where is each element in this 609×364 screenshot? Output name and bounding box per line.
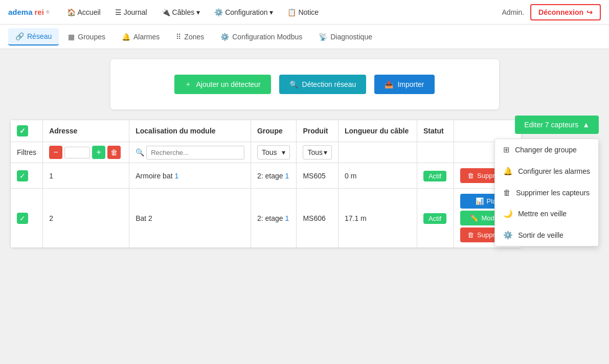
row2-statut-cell: Actif: [417, 189, 454, 248]
row2-groupe-link[interactable]: 1: [285, 214, 289, 222]
row1-groupe-link[interactable]: 1: [285, 172, 289, 180]
nav-notice[interactable]: 📋 Notice: [282, 6, 324, 18]
nav-configuration[interactable]: ⚙️ Configuration ▾: [209, 6, 278, 18]
row2-localisation-cell: Bat 2: [129, 189, 251, 248]
dropdown-sortir-veille[interactable]: ⚙️ Sortir de veille: [495, 224, 598, 246]
produit-chevron-icon: ▾: [324, 148, 327, 156]
minus-button[interactable]: −: [49, 146, 62, 159]
dropdown-supprimer-capteurs[interactable]: 🗑 Supprimer les capteurs: [495, 182, 598, 203]
filter-address-cell: − + 🗑: [43, 142, 129, 163]
row1-status-badge: Actif: [423, 171, 446, 181]
filter-label-cell: Filtres: [11, 142, 43, 163]
edit-dropdown-menu: ⊞ Changer de groupe 🔔 Configurer les ala…: [494, 139, 599, 246]
group-change-icon: ⊞: [503, 145, 510, 154]
groupe-chevron-icon: ▾: [282, 148, 285, 156]
row1-groupe-cell: 2: etage 1: [251, 163, 296, 189]
config-chevron-icon: ▾: [269, 8, 273, 16]
config-icon: ⚙️: [214, 8, 223, 16]
dropdown-mettre-en-veille[interactable]: 🌙 Mettre en veille: [495, 203, 598, 224]
zones-icon: ⠿: [176, 33, 181, 41]
filter-search-cell: 🔍: [129, 142, 251, 163]
alarm-config-icon: 🔔: [503, 167, 513, 176]
modbus-icon: ⚙️: [220, 33, 229, 41]
row2-longueur-cell: 17.1 m: [338, 189, 417, 248]
action-card: ＋ Ajouter un détecteur 🔍 Détection résea…: [110, 59, 499, 109]
delete-sensors-icon: 🗑: [503, 188, 511, 197]
localisation-search-input[interactable]: [146, 146, 244, 160]
col-groupe: Groupe: [251, 120, 296, 142]
row2-adresse-cell: 2: [43, 189, 129, 248]
address-number-input[interactable]: [64, 147, 90, 158]
row2-checkbox-cell: ✓: [11, 189, 43, 248]
filter-groupe-cell: Tous ▾: [251, 142, 296, 163]
row1-checkbox-cell: ✓: [11, 163, 43, 189]
dropdown-configurer-alarmes[interactable]: 🔔 Configurer les alarmes: [495, 161, 598, 182]
main-content: ＋ Ajouter un détecteur 🔍 Détection résea…: [0, 49, 609, 258]
row2-supprimer-icon: 🗑: [467, 231, 474, 239]
subnav-config-modbus[interactable]: ⚙️ Configuration Modbus: [213, 29, 309, 45]
subnav-reseau[interactable]: 🔗 Réseau: [8, 28, 59, 46]
row1-longueur-cell: 0 m: [338, 163, 417, 189]
produit-filter-select[interactable]: Tous ▾: [303, 145, 332, 160]
edit-capteurs-button[interactable]: Editer 7 capteurs ▲: [515, 116, 599, 134]
groupe-filter-select[interactable]: Tous ▾: [257, 145, 290, 160]
select-all-checkbox[interactable]: ✓: [17, 125, 28, 136]
table-row: ✓ 2 Bat 2 2: etage 1 MS606 17.: [11, 189, 522, 248]
subnav-alarmes[interactable]: 🔔 Alarmes: [115, 29, 167, 45]
table-row: ✓ 1 Armoire bat 1 2: etage 1 MS605: [11, 163, 522, 189]
col-produit: Produit: [297, 120, 339, 142]
sensors-table-container: ✓ Adresse Localisation du module Groupe …: [10, 120, 522, 248]
sub-navigation: 🔗 Réseau ▦ Groupes 🔔 Alarmes ⠿ Zones ⚙️ …: [0, 25, 609, 49]
row2-status-badge: Actif: [423, 213, 446, 224]
groupes-icon: ▦: [68, 33, 75, 41]
cables-icon: 🔌: [162, 8, 170, 16]
import-icon: 📤: [385, 80, 393, 88]
col-checkbox: ✓: [11, 120, 43, 142]
detect-icon: 🔍: [289, 80, 298, 88]
row1-localisation-link[interactable]: 1: [174, 172, 178, 180]
detect-network-button[interactable]: 🔍 Détection réseau: [279, 75, 367, 94]
nav-journal[interactable]: ☰ Journal: [110, 6, 152, 18]
logo-trademark: ®: [46, 10, 50, 15]
subnav-zones[interactable]: ⠿ Zones: [169, 29, 211, 45]
add-detector-button[interactable]: ＋ Ajouter un détecteur: [174, 75, 270, 94]
search-icon: 🔍: [136, 148, 144, 156]
diagnostique-icon: 📡: [319, 33, 327, 41]
row2-checkbox[interactable]: ✓: [17, 213, 28, 224]
col-localisation: Localisation du module: [129, 120, 251, 142]
subnav-diagnostique[interactable]: 📡 Diagnostique: [311, 29, 379, 45]
nav-accueil[interactable]: 🏠 Accueil: [62, 6, 106, 18]
filter-number-control: − + 🗑: [49, 146, 123, 159]
row1-checkbox[interactable]: ✓: [17, 170, 28, 181]
filter-statut-cell: [417, 142, 454, 163]
row1-statut-cell: Actif: [417, 163, 454, 189]
col-longueur: Longueur du câble: [338, 120, 417, 142]
plus-icon: ＋: [185, 80, 192, 89]
alarmes-icon: 🔔: [122, 33, 130, 41]
clear-address-button[interactable]: 🗑: [107, 146, 121, 159]
import-button[interactable]: 📤 Importer: [374, 75, 434, 94]
nav-cables[interactable]: 🔌 Câbles ▾: [156, 6, 206, 18]
filter-produit-cell: Tous ▾: [297, 142, 339, 163]
subnav-groupes[interactable]: ▦ Groupes: [61, 29, 112, 45]
plus-button[interactable]: +: [92, 146, 105, 159]
sleep-icon: 🌙: [503, 209, 513, 218]
logo-rei: rei: [35, 8, 44, 16]
journal-icon: ☰: [115, 8, 122, 16]
deconnexion-button[interactable]: Déconnexion ↪: [530, 4, 601, 20]
sensors-table: ✓ Adresse Localisation du module Groupe …: [10, 120, 522, 248]
row2-groupe-cell: 2: etage 1: [251, 189, 296, 248]
row1-produit-cell: MS605: [297, 163, 339, 189]
nav-right: Admin. Déconnexion ↪: [502, 4, 601, 20]
filter-row: Filtres − + 🗑 🔍: [11, 142, 522, 163]
reseau-icon: 🔗: [15, 32, 24, 40]
edit-chevron-up-icon: ▲: [582, 121, 590, 129]
row2-plan-icon: 📊: [476, 197, 484, 205]
row1-localisation-cell: Armoire bat 1: [129, 163, 251, 189]
col-statut: Statut: [417, 120, 454, 142]
row2-produit-cell: MS606: [297, 189, 339, 248]
admin-label: Admin.: [502, 8, 525, 16]
dropdown-changer-groupe[interactable]: ⊞ Changer de groupe: [495, 139, 598, 161]
logo: adema rei ®: [8, 8, 50, 16]
filter-longueur-cell: [338, 142, 417, 163]
